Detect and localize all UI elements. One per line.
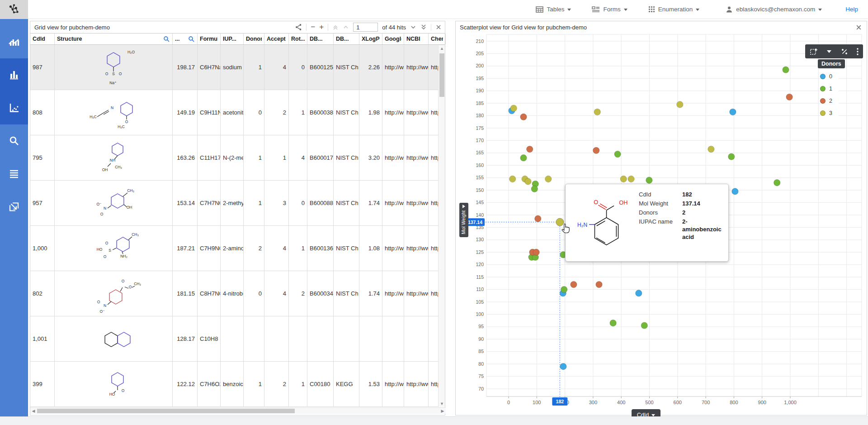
data-point[interactable]: [774, 180, 780, 186]
column-header[interactable]: DB...: [334, 33, 359, 44]
data-point[interactable]: [535, 215, 541, 222]
data-point[interactable]: [730, 109, 736, 115]
sidebar-item-export[interactable]: [0, 191, 28, 224]
link-cell[interactable]: http://ww: [404, 226, 429, 271]
zoom-out-button[interactable]: −: [311, 24, 315, 30]
data-point[interactable]: [525, 178, 531, 185]
link-cell[interactable]: http://ww: [404, 90, 429, 135]
legend-item[interactable]: 1: [820, 82, 832, 95]
data-point[interactable]: [732, 188, 738, 195]
data-point[interactable]: [531, 186, 538, 192]
link-cell[interactable]: http://ww: [404, 181, 429, 225]
column-header[interactable]: Chem: [429, 33, 446, 44]
grid-vertical-scrollbar[interactable]: ▲ ▼: [438, 45, 445, 407]
data-point[interactable]: [614, 151, 621, 157]
data-point[interactable]: [628, 176, 634, 182]
column-header[interactable]: NCBI: [404, 33, 429, 44]
link-cell[interactable]: http://ww: [382, 135, 404, 180]
search-icon[interactable]: [188, 36, 195, 43]
data-point[interactable]: [560, 363, 566, 370]
link-cell[interactable]: http://ww: [382, 271, 404, 316]
data-point[interactable]: [641, 322, 647, 329]
app-logo[interactable]: [0, 0, 28, 19]
column-header[interactable]: Rot...: [289, 33, 307, 44]
sidebar-item-scatter-chart[interactable]: [0, 91, 28, 124]
data-point[interactable]: [783, 67, 789, 73]
link-cell[interactable]: http://ww: [382, 362, 404, 406]
data-point[interactable]: [509, 176, 516, 182]
column-header[interactable]: Donors: [244, 33, 264, 44]
data-point[interactable]: [610, 320, 616, 326]
scatter-style-icon[interactable]: [841, 48, 848, 55]
table-row[interactable]: 808H₃CNOH₃C149.19C9H11Nacetonitr021B6000…: [30, 90, 445, 135]
user-menu[interactable]: eblaskovics@chemaxon.com: [726, 6, 822, 13]
link-cell[interactable]: http://ww: [404, 135, 429, 180]
data-point[interactable]: [594, 109, 600, 115]
legend-item[interactable]: 2: [820, 95, 832, 107]
sidebar-item-list[interactable]: [0, 158, 28, 191]
link-cell[interactable]: http://ww: [382, 45, 404, 90]
search-icon[interactable]: [163, 36, 170, 43]
data-point[interactable]: [545, 176, 552, 182]
record-number-input[interactable]: [353, 23, 378, 32]
first-record-button[interactable]: [332, 24, 339, 30]
link-cell[interactable]: http://ww: [404, 362, 429, 406]
data-point[interactable]: [677, 101, 683, 108]
column-header[interactable]: Google: [382, 33, 404, 44]
last-record-button[interactable]: [420, 24, 427, 30]
table-row[interactable]: 399OHO122.12C7H6O2benzoic121C00180KEGG1.…: [30, 362, 445, 407]
close-icon[interactable]: [435, 24, 442, 30]
data-point[interactable]: [520, 155, 527, 161]
data-point[interactable]: [786, 94, 793, 100]
column-header[interactable]: Formul: [198, 33, 221, 44]
data-point[interactable]: [593, 147, 599, 153]
legend-item[interactable]: 3: [820, 107, 832, 119]
data-point[interactable]: [636, 290, 642, 296]
sidebar-item-search[interactable]: [0, 124, 28, 158]
legend-item[interactable]: 0: [820, 70, 832, 82]
link-cell[interactable]: http://ww: [382, 226, 404, 271]
table-row[interactable]: 1,001128.17C10H8: [30, 316, 445, 362]
table-row[interactable]: 795NHOHCH₃163.26C11H17N-(2-me114B600017N…: [30, 135, 445, 181]
column-header[interactable]: XLogP: [359, 33, 382, 44]
horizontal-scroll-thumb[interactable]: [37, 409, 295, 413]
menu-enumeration[interactable]: Enumeration: [648, 6, 700, 13]
data-point[interactable]: [527, 146, 533, 152]
menu-forms[interactable]: Forms: [592, 6, 627, 13]
close-icon[interactable]: [855, 24, 867, 31]
data-point[interactable]: [561, 286, 567, 292]
column-header[interactable]: Accept: [264, 33, 289, 44]
column-header[interactable]: CdId: [30, 33, 55, 44]
data-point[interactable]: [728, 153, 735, 160]
scroll-right-arrow[interactable]: ▶: [439, 409, 446, 413]
data-point[interactable]: [533, 249, 539, 255]
data-point[interactable]: [646, 177, 652, 183]
data-point[interactable]: [620, 176, 627, 182]
scroll-left-arrow[interactable]: ◀: [30, 409, 37, 413]
scroll-up-arrow[interactable]: ▲: [439, 46, 445, 51]
menu-tables[interactable]: Tables: [536, 6, 571, 13]
kebab-menu-icon[interactable]: [857, 48, 859, 55]
chevron-down-icon[interactable]: [826, 50, 832, 53]
zoom-selection-icon[interactable]: [810, 48, 818, 56]
data-point[interactable]: [510, 105, 517, 111]
column-header[interactable]: IUP...: [221, 33, 244, 44]
table-row[interactable]: 1,000CH₃NH₂SOOHO187.21C7H9NO2-amino241B6…: [30, 226, 445, 271]
table-row[interactable]: 957CH₃OHNO⁻O153.14C7H7NO2-methy130B60008…: [30, 181, 445, 226]
link-cell[interactable]: http://ww: [382, 181, 404, 225]
zoom-in-button[interactable]: +: [319, 24, 324, 30]
vertical-scroll-thumb[interactable]: [439, 53, 444, 97]
scroll-down-arrow[interactable]: ▼: [439, 401, 445, 406]
previous-record-button[interactable]: [343, 24, 349, 30]
link-cell[interactable]: http://ww: [382, 90, 404, 135]
table-row[interactable]: 802OOCH₃NOO⁻181.15C8H7NO4-nitrobe042B600…: [30, 271, 445, 316]
help-link[interactable]: Help: [845, 6, 858, 13]
data-point[interactable]: [520, 114, 527, 120]
sidebar-item-mixed-chart[interactable]: [0, 25, 28, 58]
sidebar-item-bar-chart[interactable]: [0, 58, 28, 91]
data-point[interactable]: [571, 281, 577, 287]
y-axis-field-button[interactable]: Mol Weight: [459, 203, 468, 237]
data-point[interactable]: [708, 146, 714, 152]
table-row[interactable]: 987SOONa⁺H₂O198.17C6H7Nasodium s140B6001…: [30, 45, 445, 90]
next-record-button[interactable]: [410, 24, 416, 30]
